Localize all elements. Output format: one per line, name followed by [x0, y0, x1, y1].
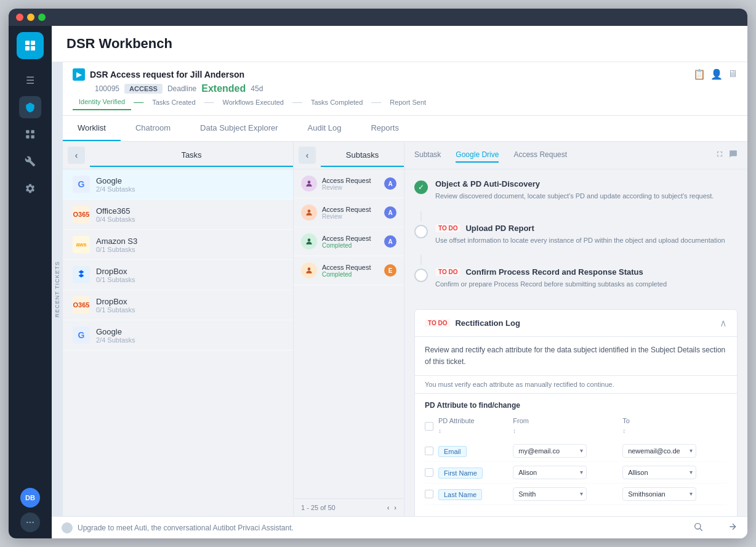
header-checkbox[interactable]	[425, 422, 433, 431]
pagination-prev[interactable]: ‹	[387, 504, 390, 511]
user-icon[interactable]: 👤	[710, 68, 723, 80]
tab-audit-log[interactable]: Audit Log	[293, 116, 356, 141]
top-header: DSR Workbench	[52, 26, 747, 62]
subtasks-back-button[interactable]: ‹	[299, 147, 316, 164]
pd-label: PD Attribute to find/change	[425, 401, 727, 410]
svg-rect-1	[31, 41, 35, 45]
subtask-item[interactable]: Access Request Review A	[294, 169, 404, 198]
task-item[interactable]: O365 Office365 0/4 Subtasks	[63, 200, 293, 230]
close-button[interactable]	[16, 14, 23, 21]
task-item[interactable]: G Google 2/4 Subtasks	[63, 320, 293, 350]
task-name: DropBox	[96, 267, 283, 276]
tab-report-sent[interactable]: Report Sent	[384, 95, 432, 110]
task-item[interactable]: G Google 2/4 Subtasks	[63, 169, 293, 200]
task-item[interactable]: O365 DropBox 0/1 Subtasks	[63, 290, 293, 320]
subtask-item[interactable]: Access Request Completed A	[294, 227, 404, 256]
from-select-email[interactable]: my@email.co	[513, 444, 587, 458]
clipboard-icon[interactable]: 📋	[693, 68, 706, 80]
detail-content: ✓ Object & PD Auti-Discovery Review disc…	[404, 169, 747, 309]
expand-button[interactable]: ▶	[73, 68, 85, 81]
logo-icon	[23, 38, 38, 53]
subtasks-tab[interactable]: Subtasks	[321, 144, 404, 167]
svg-rect-5	[31, 130, 34, 133]
tab-identity-verified[interactable]: Identity Verified	[73, 94, 131, 110]
filter-icon[interactable]	[710, 522, 720, 534]
subtask-badge-1: A	[384, 177, 396, 190]
tab-worklist[interactable]: Worklist	[63, 116, 121, 141]
panel-header-icons: 📋 👤 🖥	[693, 68, 738, 80]
expand-detail-icon[interactable]	[715, 150, 724, 161]
subtask-item[interactable]: Access Request Completed E	[294, 256, 404, 285]
task-title-2: Upload PD Report	[465, 224, 534, 233]
subtask-avatar-1	[301, 176, 317, 192]
pagination: 1 - 25 of 50 ‹ ›	[294, 498, 404, 516]
subtasks-header: ‹ Subtasks	[294, 142, 404, 169]
user-avatar[interactable]: DB	[20, 488, 40, 508]
arrow-icon[interactable]	[728, 522, 738, 534]
task-subtasks: 2/4 Subtasks	[96, 185, 283, 193]
sidebar: ☰ DB	[9, 26, 52, 538]
pd-row-lastname: Last Name Smith	[425, 484, 727, 505]
pd-field-email: Email	[438, 446, 467, 457]
detail-tabs: Subtask Google Drive Access Request	[404, 142, 747, 169]
row-checkbox-lastname[interactable]	[425, 490, 433, 498]
monitor-icon[interactable]: 🖥	[728, 68, 738, 80]
task-item[interactable]: aws Amazon S3 0/1 Subtasks	[63, 230, 293, 260]
subtask-status: Completed	[322, 271, 379, 278]
tab-chatroom[interactable]: Chatroom	[121, 116, 185, 141]
collapse-icon[interactable]: ∧	[720, 317, 727, 329]
tasks-back-button[interactable]: ‹	[68, 147, 85, 164]
subtask-status: Review	[322, 213, 379, 220]
from-select-lastname[interactable]: Smith	[513, 487, 587, 501]
col-to: To	[622, 417, 727, 424]
sidebar-dashboard-icon[interactable]	[19, 123, 41, 145]
tab-google-drive[interactable]: Google Drive	[456, 148, 499, 163]
comment-icon[interactable]	[729, 150, 738, 161]
tab-reports[interactable]: Reports	[356, 116, 414, 141]
sidebar-settings-icon[interactable]	[19, 177, 41, 200]
task-subtasks: 0/1 Subtasks	[96, 306, 283, 314]
svg-rect-3	[31, 46, 35, 51]
deadline-label: Deadline	[167, 84, 196, 93]
tab-tasks-completed[interactable]: Tasks Completed	[305, 95, 369, 110]
todo-badge-3: TO DO	[435, 268, 460, 276]
to-select-email[interactable]: newemail@co.de	[622, 444, 696, 458]
task-item[interactable]: DropBox 0/1 Subtasks	[63, 260, 293, 290]
to-select-lastname[interactable]: Smithsonian	[622, 487, 696, 501]
from-select-firstname[interactable]: Alison	[513, 466, 587, 479]
bottom-bar-icons	[693, 522, 738, 534]
tasks-tab[interactable]: Tasks	[90, 144, 293, 167]
subtask-badge-3: A	[384, 235, 396, 248]
svg-rect-6	[26, 136, 29, 139]
tab-subtask[interactable]: Subtask	[414, 148, 441, 163]
sidebar-menu-icon[interactable]: ☰	[19, 69, 41, 91]
chat-bubble-icon	[62, 522, 73, 533]
row-checkbox-firstname[interactable]	[425, 468, 433, 477]
task-subtasks: 0/4 Subtasks	[96, 216, 283, 223]
rectification-section: TO DO Rectification Log ∧ Review and rec…	[414, 309, 738, 517]
subtask-title: Access Request	[322, 206, 379, 213]
pd-row-firstname: First Name Alison	[425, 462, 727, 484]
sidebar-tools-icon[interactable]	[19, 150, 41, 172]
sidebar-more-icon[interactable]	[20, 513, 40, 532]
maximize-button[interactable]	[38, 14, 46, 21]
to-select-firstname[interactable]: Allison	[622, 466, 696, 479]
tab-workflows-executed[interactable]: Workflows Executed	[217, 95, 290, 110]
svg-point-15	[695, 523, 701, 529]
subtask-title: Access Request	[322, 177, 379, 184]
sidebar-shield-icon[interactable]	[19, 96, 41, 118]
tab-data-subject-explorer[interactable]: Data Subject Explorer	[185, 116, 292, 141]
subtask-item[interactable]: Access Request Review A	[294, 198, 404, 227]
rect-todo-badge: TO DO	[425, 319, 450, 327]
pagination-next[interactable]: ›	[394, 504, 396, 511]
row-checkbox-email[interactable]	[425, 447, 433, 455]
svg-point-14	[308, 267, 311, 270]
task-row-2: TO DO Upload PD Report Use offset inform…	[414, 224, 738, 246]
minimize-button[interactable]	[27, 14, 34, 21]
task-logo-dropbox2: O365	[73, 296, 90, 314]
pd-table: PD Attribute to find/change PD Attribute…	[415, 394, 737, 513]
tab-access-request[interactable]: Access Request	[513, 148, 567, 163]
search-icon[interactable]	[693, 522, 703, 534]
tab-tasks-created[interactable]: Tasks Created	[146, 95, 201, 110]
status-done-icon: ✓	[414, 180, 428, 194]
